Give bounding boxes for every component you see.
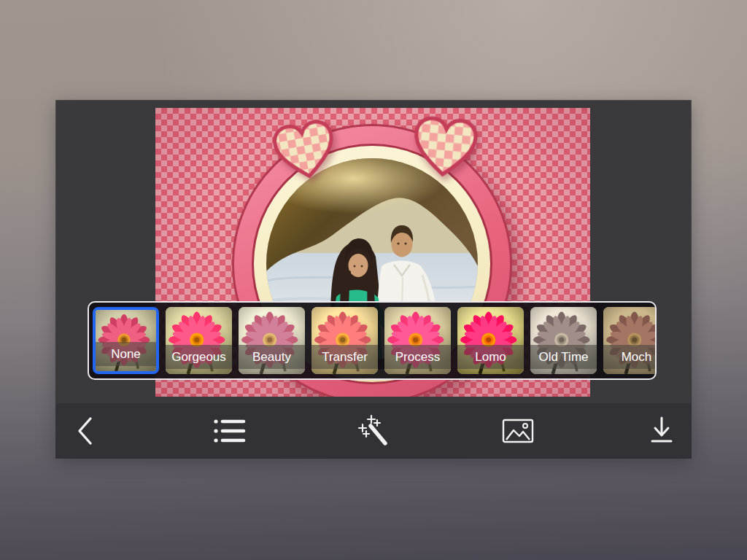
save-button[interactable] <box>644 411 679 451</box>
filter-thumb-transfer[interactable]: Transfer <box>311 307 378 374</box>
filter-label: Moch <box>603 345 657 369</box>
filter-label: Lomo <box>457 345 524 369</box>
heart-sticker-left <box>269 116 341 184</box>
effects-button[interactable] <box>356 411 391 451</box>
magic-wand-icon <box>357 414 390 448</box>
filter-thumb-mocha[interactable]: Moch <box>603 307 657 374</box>
filter-label: Process <box>384 345 451 369</box>
filter-thumb-oldtime[interactable]: Old Time <box>530 307 597 374</box>
filter-thumb-process[interactable]: Process <box>384 307 451 374</box>
photos-button[interactable] <box>500 411 535 451</box>
filter-thumb-beauty[interactable]: Beauty <box>239 307 305 374</box>
app-window: None Gorgeous Beauty Transfer Process <box>56 101 691 458</box>
filter-label: None <box>96 342 156 366</box>
desktop-background: None Gorgeous Beauty Transfer Process <box>0 0 747 560</box>
heart-sticker-right <box>410 114 481 180</box>
frames-list-button[interactable] <box>212 411 247 451</box>
filter-label: Transfer <box>311 345 378 369</box>
download-icon <box>647 415 676 447</box>
list-icon <box>213 416 247 446</box>
image-icon <box>501 416 535 446</box>
filter-label: Gorgeous <box>166 345 232 369</box>
filter-thumb-lomo[interactable]: Lomo <box>457 307 524 374</box>
bottom-toolbar <box>56 403 691 458</box>
editor-canvas: None Gorgeous Beauty Transfer Process <box>56 101 691 403</box>
filter-label: Old Time <box>530 345 597 369</box>
back-button[interactable] <box>68 411 103 451</box>
filter-thumb-gorgeous[interactable]: Gorgeous <box>166 307 232 374</box>
filter-strip: None Gorgeous Beauty Transfer Process <box>88 301 657 380</box>
filter-label: Beauty <box>239 345 305 369</box>
back-chevron-icon <box>73 415 98 447</box>
filter-thumb-none[interactable]: None <box>93 307 159 374</box>
